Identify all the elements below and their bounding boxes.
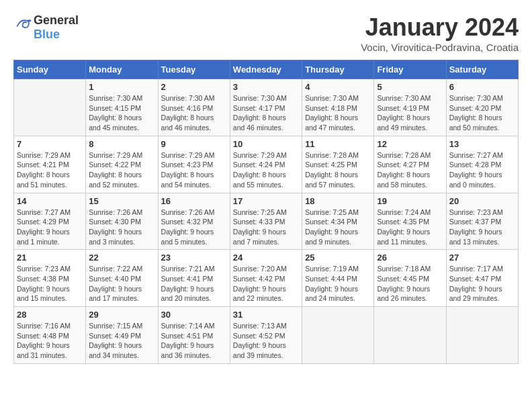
sunrise-text: Sunrise: 7:24 AM <box>377 208 431 216</box>
day-number: 13 <box>449 139 515 149</box>
calendar-cell: 30 Sunrise: 7:14 AM Sunset: 4:51 PM Dayl… <box>158 307 230 364</box>
day-number: 11 <box>305 139 371 149</box>
sunset-text: Sunset: 4:21 PM <box>17 161 69 169</box>
day-info: Sunrise: 7:15 AM Sunset: 4:49 PM Dayligh… <box>89 321 154 361</box>
calendar-cell: 22 Sunrise: 7:22 AM Sunset: 4:40 PM Dayl… <box>86 250 158 307</box>
calendar-cell: 8 Sunrise: 7:29 AM Sunset: 4:22 PM Dayli… <box>86 136 158 193</box>
calendar-cell: 28 Sunrise: 7:16 AM Sunset: 4:48 PM Dayl… <box>14 307 86 364</box>
calendar-cell: 5 Sunrise: 7:30 AM Sunset: 4:19 PM Dayli… <box>374 79 446 136</box>
day-info: Sunrise: 7:22 AM Sunset: 4:40 PM Dayligh… <box>89 264 154 304</box>
day-number: 14 <box>17 196 83 206</box>
daylight-text: Daylight: 9 hours and 34 minutes. <box>89 341 142 359</box>
sunset-text: Sunset: 4:35 PM <box>377 218 429 226</box>
daylight-text: Daylight: 9 hours and 29 minutes. <box>449 285 502 303</box>
daylight-text: Daylight: 9 hours and 26 minutes. <box>377 285 430 303</box>
daylight-text: Daylight: 8 hours and 46 minutes. <box>233 113 286 132</box>
sunrise-text: Sunrise: 7:30 AM <box>161 94 215 102</box>
day-number: 16 <box>161 196 227 206</box>
day-info: Sunrise: 7:27 AM Sunset: 4:29 PM Dayligh… <box>17 208 83 247</box>
day-number: 30 <box>161 310 227 320</box>
day-info: Sunrise: 7:23 AM Sunset: 4:37 PM Dayligh… <box>449 208 515 247</box>
calendar-cell: 3 Sunrise: 7:30 AM Sunset: 4:17 PM Dayli… <box>230 79 302 136</box>
calendar-cell: 25 Sunrise: 7:19 AM Sunset: 4:44 PM Dayl… <box>302 250 374 307</box>
daylight-text: Daylight: 8 hours and 55 minutes. <box>233 171 286 189</box>
day-info: Sunrise: 7:29 AM Sunset: 4:24 PM Dayligh… <box>233 150 299 190</box>
day-number: 31 <box>233 310 299 320</box>
sunrise-text: Sunrise: 7:21 AM <box>161 265 215 273</box>
daylight-text: Daylight: 9 hours and 5 minutes. <box>161 228 214 246</box>
calendar-day-header: Wednesday <box>230 60 302 79</box>
day-number: 17 <box>233 196 299 206</box>
sunset-text: Sunset: 4:37 PM <box>449 218 502 226</box>
sunset-text: Sunset: 4:45 PM <box>377 275 429 283</box>
day-number: 4 <box>305 82 371 92</box>
day-info: Sunrise: 7:30 AM Sunset: 4:20 PM Dayligh… <box>449 93 515 133</box>
sunset-text: Sunset: 4:19 PM <box>377 104 429 112</box>
day-number: 1 <box>89 82 154 92</box>
day-number: 2 <box>161 82 227 92</box>
daylight-text: Daylight: 9 hours and 11 minutes. <box>377 228 430 246</box>
sunset-text: Sunset: 4:51 PM <box>161 332 214 340</box>
day-number: 18 <box>305 196 371 206</box>
day-number: 27 <box>449 253 515 263</box>
day-info: Sunrise: 7:16 AM Sunset: 4:48 PM Dayligh… <box>17 321 83 361</box>
day-number: 24 <box>233 253 299 263</box>
sunrise-text: Sunrise: 7:27 AM <box>449 151 503 159</box>
daylight-text: Daylight: 9 hours and 17 minutes. <box>89 285 142 303</box>
daylight-text: Daylight: 8 hours and 50 minutes. <box>449 113 502 132</box>
sunrise-text: Sunrise: 7:27 AM <box>17 208 71 216</box>
daylight-text: Daylight: 9 hours and 36 minutes. <box>161 341 214 359</box>
calendar-day-header: Saturday <box>446 60 518 79</box>
calendar-cell: 2 Sunrise: 7:30 AM Sunset: 4:16 PM Dayli… <box>158 79 230 136</box>
daylight-text: Daylight: 9 hours and 7 minutes. <box>233 228 286 246</box>
calendar-cell: 26 Sunrise: 7:18 AM Sunset: 4:45 PM Dayl… <box>374 250 446 307</box>
day-info: Sunrise: 7:20 AM Sunset: 4:42 PM Dayligh… <box>233 264 299 304</box>
day-info: Sunrise: 7:26 AM Sunset: 4:30 PM Dayligh… <box>89 208 154 247</box>
day-number: 5 <box>377 82 443 92</box>
sunrise-text: Sunrise: 7:28 AM <box>305 151 359 159</box>
day-info: Sunrise: 7:23 AM Sunset: 4:38 PM Dayligh… <box>17 264 83 304</box>
sunrise-text: Sunrise: 7:19 AM <box>305 265 359 273</box>
calendar-cell: 14 Sunrise: 7:27 AM Sunset: 4:29 PM Dayl… <box>14 193 86 250</box>
logo-general-text: General <box>34 13 79 27</box>
day-info: Sunrise: 7:28 AM Sunset: 4:25 PM Dayligh… <box>305 150 371 190</box>
calendar-cell: 23 Sunrise: 7:21 AM Sunset: 4:41 PM Dayl… <box>158 250 230 307</box>
logo-bird-icon <box>13 17 32 36</box>
sunrise-text: Sunrise: 7:28 AM <box>377 151 431 159</box>
daylight-text: Daylight: 9 hours and 0 minutes. <box>449 171 502 189</box>
daylight-text: Daylight: 8 hours and 51 minutes. <box>17 171 70 189</box>
sunrise-text: Sunrise: 7:29 AM <box>89 151 142 159</box>
sunset-text: Sunset: 4:33 PM <box>233 218 285 226</box>
sunrise-text: Sunrise: 7:25 AM <box>233 208 287 216</box>
calendar-cell: 19 Sunrise: 7:24 AM Sunset: 4:35 PM Dayl… <box>374 193 446 250</box>
day-info: Sunrise: 7:29 AM Sunset: 4:21 PM Dayligh… <box>17 150 83 190</box>
calendar-cell: 9 Sunrise: 7:29 AM Sunset: 4:23 PM Dayli… <box>158 136 230 193</box>
page-title: January 2024 <box>361 13 519 42</box>
calendar-cell: 16 Sunrise: 7:26 AM Sunset: 4:32 PM Dayl… <box>158 193 230 250</box>
sunrise-text: Sunrise: 7:29 AM <box>161 151 215 159</box>
calendar-day-header: Sunday <box>14 60 86 79</box>
sunrise-text: Sunrise: 7:13 AM <box>233 322 287 330</box>
daylight-text: Daylight: 9 hours and 39 minutes. <box>233 341 286 359</box>
day-number: 12 <box>377 139 443 149</box>
daylight-text: Daylight: 9 hours and 20 minutes. <box>161 285 214 303</box>
sunrise-text: Sunrise: 7:30 AM <box>233 94 287 102</box>
calendar-cell: 29 Sunrise: 7:15 AM Sunset: 4:49 PM Dayl… <box>86 307 158 364</box>
sunset-text: Sunset: 4:47 PM <box>449 275 502 283</box>
day-info: Sunrise: 7:28 AM Sunset: 4:27 PM Dayligh… <box>377 150 443 190</box>
sunrise-text: Sunrise: 7:26 AM <box>161 208 215 216</box>
sunset-text: Sunset: 4:42 PM <box>233 275 285 283</box>
sunrise-text: Sunrise: 7:30 AM <box>449 94 503 102</box>
calendar-cell: 24 Sunrise: 7:20 AM Sunset: 4:42 PM Dayl… <box>230 250 302 307</box>
daylight-text: Daylight: 8 hours and 54 minutes. <box>161 171 214 189</box>
sunrise-text: Sunrise: 7:26 AM <box>89 208 142 216</box>
day-info: Sunrise: 7:17 AM Sunset: 4:47 PM Dayligh… <box>449 264 515 304</box>
calendar-cell: 1 Sunrise: 7:30 AM Sunset: 4:15 PM Dayli… <box>86 79 158 136</box>
day-number: 7 <box>17 139 83 149</box>
calendar-week-row: 21 Sunrise: 7:23 AM Sunset: 4:38 PM Dayl… <box>14 250 519 307</box>
sunrise-text: Sunrise: 7:30 AM <box>89 94 142 102</box>
day-number: 8 <box>89 139 154 149</box>
sunrise-text: Sunrise: 7:15 AM <box>89 322 142 330</box>
calendar-cell <box>446 307 518 364</box>
day-info: Sunrise: 7:24 AM Sunset: 4:35 PM Dayligh… <box>377 208 443 247</box>
